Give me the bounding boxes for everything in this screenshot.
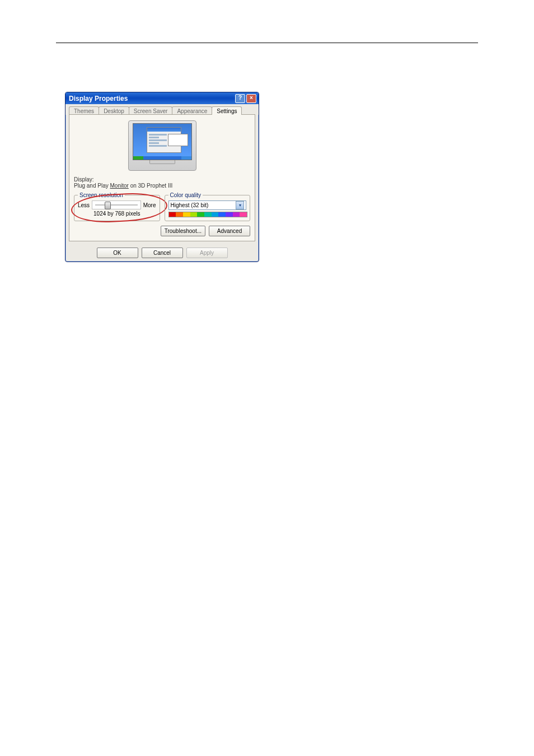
display-label: Display: <box>74 176 250 183</box>
color-quality-select[interactable]: Highest (32 bit) ▾ <box>168 200 247 210</box>
settings-groups: Screen resolution Less More 1024 by 768 … <box>74 192 250 221</box>
resolution-slider[interactable] <box>92 200 141 209</box>
color-quality-legend: Color quality <box>168 192 203 198</box>
tab-screensaver[interactable]: Screen Saver <box>129 106 173 115</box>
apply-button: Apply <box>186 248 228 258</box>
page-header-rule <box>56 43 478 43</box>
slider-less-label: Less <box>78 202 90 208</box>
slider-more-label: More <box>143 202 156 208</box>
troubleshoot-button[interactable]: Troubleshoot... <box>161 226 205 236</box>
panel-actions: Troubleshoot... Advanced <box>74 226 250 236</box>
resolution-value: 1024 by 768 pixels <box>78 211 156 217</box>
window-title: Display Properties <box>69 95 234 102</box>
display-value-suffix: on 3D Prophet III <box>129 183 172 189</box>
display-properties-dialog: Display Properties ? × Themes Desktop Sc… <box>65 92 259 262</box>
preview-taskbar <box>133 156 191 160</box>
preview-subwindow <box>168 134 188 146</box>
dialog-buttons: OK Cancel Apply <box>65 245 259 262</box>
resolution-slider-row: Less More <box>78 200 156 209</box>
tab-desktop[interactable]: Desktop <box>99 106 129 115</box>
chevron-down-icon[interactable]: ▾ <box>236 201 244 209</box>
resolution-slider-thumb[interactable] <box>105 202 111 209</box>
display-value-prefix: Plug and Play <box>74 183 110 189</box>
display-monitor-link[interactable]: Monitor <box>110 183 129 189</box>
color-spectrum-bar <box>168 212 248 217</box>
titlebar[interactable]: Display Properties ? × <box>65 92 259 104</box>
display-value: Plug and Play Monitor on 3D Prophet III <box>74 183 250 189</box>
monitor-preview <box>74 118 250 174</box>
monitor-screen <box>133 123 192 160</box>
tab-strip: Themes Desktop Screen Saver Appearance S… <box>65 104 259 115</box>
advanced-button[interactable]: Advanced <box>209 226 250 236</box>
screen-resolution-legend: Screen resolution <box>78 192 125 198</box>
monitor-frame <box>128 120 196 171</box>
cancel-button[interactable]: Cancel <box>142 248 183 258</box>
tab-themes[interactable]: Themes <box>69 106 99 115</box>
tab-appearance[interactable]: Appearance <box>172 106 212 115</box>
ok-button[interactable]: OK <box>97 248 138 258</box>
close-button[interactable]: × <box>246 94 256 103</box>
tab-settings[interactable]: Settings <box>212 106 242 115</box>
settings-panel: Display: Plug and Play Monitor on 3D Pro… <box>69 114 255 241</box>
screen-resolution-group: Screen resolution Less More 1024 by 768 … <box>74 192 160 221</box>
color-quality-group: Color quality Highest (32 bit) ▾ <box>165 192 251 221</box>
help-button[interactable]: ? <box>235 94 245 103</box>
color-quality-value: Highest (32 bit) <box>171 202 209 208</box>
